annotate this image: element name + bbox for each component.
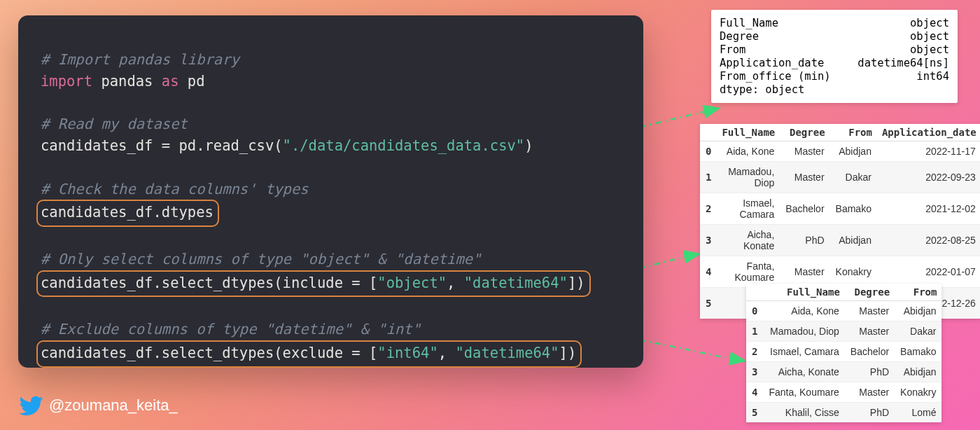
table-row: 1Mamadou, DiopMasterDakar2022-09-23 [700, 162, 980, 193]
table-row: 4Fanta, KoumareMasterKonakry [746, 382, 941, 403]
code-line-read-csv: candidates_df = pd.read_csv("./data/cand… [41, 135, 621, 157]
code-comment: # Exclude columns of type "datetime" & "… [41, 321, 421, 338]
table-row: 5Khalil, CissePhDLomé [746, 403, 941, 423]
code-panel: # Import pandas library import pandas as… [18, 15, 643, 368]
dataframe-exclude-output: Full_Name Degree From 0Aida, KoneMasterA… [746, 284, 941, 422]
dtypes-row: From_office (min)int64 [720, 70, 949, 83]
highlight-dtypes: candidates_df.dtypes [36, 200, 219, 227]
code-comment: # Import pandas library [41, 51, 239, 68]
dtypes-row: Full_Nameobject [720, 17, 949, 30]
table-row: 2Ismael, CamaraBachelorBamako2021-12-02 [700, 193, 980, 225]
table-row: 4Fanta, KoumareMasterKonakry2022-01-07 [700, 256, 980, 288]
dtypes-row: Application_datedatetime64[ns] [720, 57, 949, 70]
dtypes-footer: dtype: object [720, 83, 949, 97]
table-row: 0Aida, KoneMasterAbidjan [746, 301, 941, 321]
table-row: 3Aicha, KonatePhDAbidjan2022-08-25 [700, 225, 980, 256]
highlight-select-exclude: candidates_df.select_dtypes(exclude = ["… [36, 340, 582, 368]
highlight-select-include: candidates_df.select_dtypes(include = ["… [36, 270, 591, 298]
dtypes-row: Degreeobject [720, 30, 949, 43]
table-row: 1Mamadou, DiopMasterDakar [746, 321, 941, 342]
table-row: 3Aicha, KonatePhDAbidjan [746, 362, 941, 382]
dtypes-row: Fromobject [720, 43, 949, 57]
code-comment: # Check the data columns' types [41, 181, 309, 197]
code-line-import: import pandas as pd [41, 71, 621, 92]
table-row: 2Ismael, CamaraBachelorBamako [746, 342, 941, 362]
dtypes-output: Full_Nameobject Degreeobject Fromobject … [711, 10, 958, 103]
twitter-icon [20, 394, 43, 417]
twitter-handle[interactable]: @zoumana_keita_ [20, 394, 178, 417]
table-header-row: Full_Name Degree From Application_date [700, 124, 980, 141]
code-comment: # Only select columns of type "object" &… [41, 251, 481, 268]
code-comment: # Read my dataset [41, 116, 188, 132]
handle-text: @zoumana_keita_ [49, 396, 178, 415]
table-header-row: Full_Name Degree From [746, 284, 941, 301]
table-row: 0Aida, KoneMasterAbidjan2022-11-17 [700, 141, 980, 162]
